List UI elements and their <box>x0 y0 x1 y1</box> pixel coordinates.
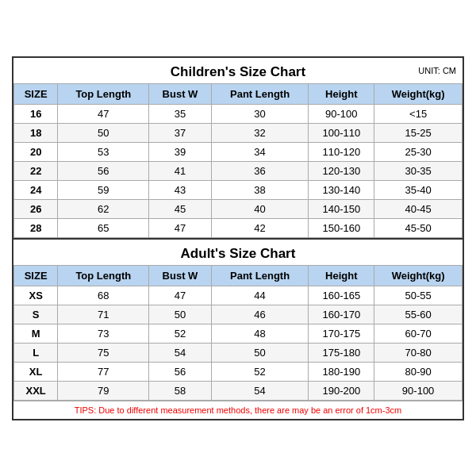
size-cell: L <box>14 343 58 362</box>
size-cell: XS <box>14 286 58 305</box>
table-row: 18503732100-11015-25 <box>14 123 463 142</box>
data-cell: 50 <box>149 305 211 324</box>
table-row: XL775652180-19080-90 <box>14 362 463 381</box>
data-cell: 79 <box>58 381 149 400</box>
adult-col-header-weight: Weight(kg) <box>374 265 463 286</box>
adult-col-header-pant-length: Pant Length <box>211 265 309 286</box>
data-cell: 68 <box>58 286 149 305</box>
size-chart-container: Children's Size Chart UNIT: CM SIZE Top … <box>12 56 464 420</box>
table-row: 26624540140-15040-45 <box>14 199 463 218</box>
data-cell: 47 <box>149 286 211 305</box>
data-cell: 47 <box>149 218 211 237</box>
adult-col-header-height: Height <box>309 265 374 286</box>
data-cell: 56 <box>149 362 211 381</box>
data-cell: 59 <box>58 180 149 199</box>
data-cell: 110-120 <box>309 142 374 161</box>
size-cell: 18 <box>14 123 58 142</box>
data-cell: 190-200 <box>309 381 374 400</box>
adults-header-row: SIZE Top Length Bust W Pant Length Heigh… <box>14 265 463 286</box>
size-cell: 16 <box>14 104 58 123</box>
adult-col-header-top-length: Top Length <box>58 265 149 286</box>
table-row: M735248170-17560-70 <box>14 324 463 343</box>
data-cell: 35 <box>149 104 211 123</box>
data-cell: 65 <box>58 218 149 237</box>
data-cell: 44 <box>211 286 309 305</box>
table-row: XXL795854190-20090-100 <box>14 381 463 400</box>
data-cell: 71 <box>58 305 149 324</box>
size-cell: 20 <box>14 142 58 161</box>
table-row: 24594338130-14035-40 <box>14 180 463 199</box>
size-cell: 24 <box>14 180 58 199</box>
unit-label: UNIT: CM <box>418 66 456 75</box>
data-cell: 160-165 <box>309 286 374 305</box>
data-cell: 40 <box>211 199 309 218</box>
adults-table-body: XS684744160-16550-55S715046160-17055-60M… <box>14 286 463 400</box>
data-cell: 34 <box>211 142 309 161</box>
table-row: 20533934110-12025-30 <box>14 142 463 161</box>
data-cell: 25-30 <box>374 142 463 161</box>
adult-col-header-bust-w: Bust W <box>149 265 211 286</box>
table-row: L755450175-18070-80 <box>14 343 463 362</box>
adults-size-table: SIZE Top Length Bust W Pant Length Heigh… <box>13 265 463 401</box>
data-cell: 45-50 <box>374 218 463 237</box>
size-cell: 26 <box>14 199 58 218</box>
data-cell: 54 <box>211 381 309 400</box>
data-cell: 50 <box>211 343 309 362</box>
data-cell: 77 <box>58 362 149 381</box>
adult-col-header-size: SIZE <box>14 265 58 286</box>
table-row: 22564136120-13030-35 <box>14 161 463 180</box>
data-cell: 45 <box>149 199 211 218</box>
data-cell: 60-70 <box>374 324 463 343</box>
size-cell: 28 <box>14 218 58 237</box>
data-cell: 130-140 <box>309 180 374 199</box>
data-cell: 38 <box>211 180 309 199</box>
col-header-height: Height <box>309 83 374 104</box>
size-cell: XXL <box>14 381 58 400</box>
data-cell: 42 <box>211 218 309 237</box>
data-cell: 35-40 <box>374 180 463 199</box>
size-cell: 22 <box>14 161 58 180</box>
data-cell: 175-180 <box>309 343 374 362</box>
data-cell: 70-80 <box>374 343 463 362</box>
data-cell: 120-130 <box>309 161 374 180</box>
data-cell: 47 <box>58 104 149 123</box>
table-row: S715046160-17055-60 <box>14 305 463 324</box>
data-cell: 90-100 <box>374 381 463 400</box>
tips-text: TIPS: Due to different measurement metho… <box>13 401 463 419</box>
data-cell: 52 <box>211 362 309 381</box>
table-row: 28654742150-16045-50 <box>14 218 463 237</box>
data-cell: 50 <box>58 123 149 142</box>
col-header-size: SIZE <box>14 83 58 104</box>
col-header-weight: Weight(kg) <box>374 83 463 104</box>
data-cell: 100-110 <box>309 123 374 142</box>
data-cell: 46 <box>211 305 309 324</box>
size-cell: M <box>14 324 58 343</box>
size-cell: S <box>14 305 58 324</box>
data-cell: 62 <box>58 199 149 218</box>
adults-section-title: Adult's Size Chart <box>13 238 463 265</box>
data-cell: 58 <box>149 381 211 400</box>
data-cell: 30 <box>211 104 309 123</box>
children-title-text: Children's Size Chart <box>171 64 305 79</box>
data-cell: 73 <box>58 324 149 343</box>
children-section-title: Children's Size Chart UNIT: CM <box>13 58 463 83</box>
data-cell: 80-90 <box>374 362 463 381</box>
data-cell: 140-150 <box>309 199 374 218</box>
data-cell: 55-60 <box>374 305 463 324</box>
data-cell: 150-160 <box>309 218 374 237</box>
data-cell: 53 <box>58 142 149 161</box>
data-cell: 32 <box>211 123 309 142</box>
size-cell: XL <box>14 362 58 381</box>
table-row: 1647353090-100<15 <box>14 104 463 123</box>
data-cell: 50-55 <box>374 286 463 305</box>
table-row: XS684744160-16550-55 <box>14 286 463 305</box>
data-cell: 15-25 <box>374 123 463 142</box>
col-header-pant-length: Pant Length <box>211 83 309 104</box>
data-cell: 180-190 <box>309 362 374 381</box>
data-cell: 43 <box>149 180 211 199</box>
data-cell: 160-170 <box>309 305 374 324</box>
children-header-row: SIZE Top Length Bust W Pant Length Heigh… <box>14 83 463 104</box>
data-cell: 48 <box>211 324 309 343</box>
children-size-table: SIZE Top Length Bust W Pant Length Heigh… <box>13 83 463 238</box>
data-cell: 54 <box>149 343 211 362</box>
